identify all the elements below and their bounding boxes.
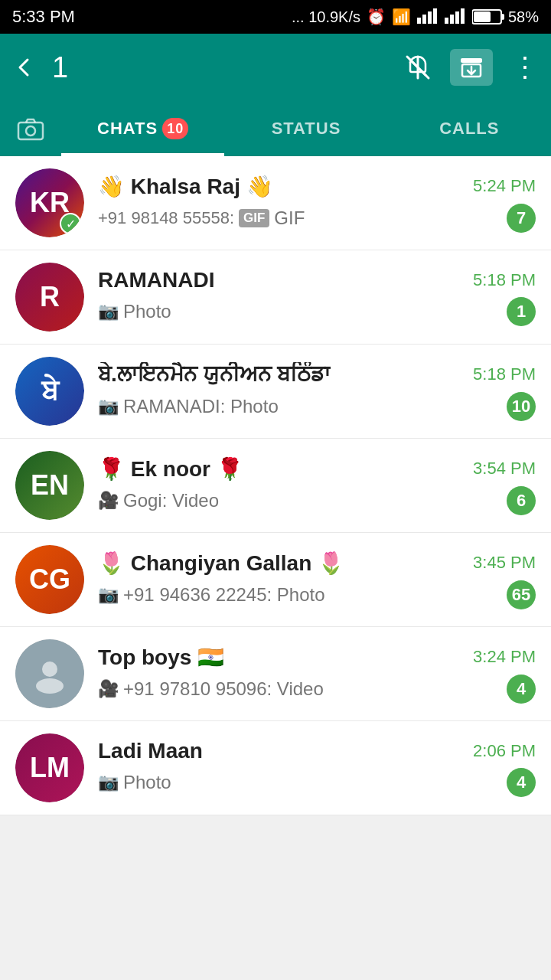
svg-rect-5 xyxy=(450,15,454,24)
back-button[interactable] xyxy=(12,55,37,80)
avatar-ladi-maan: LM xyxy=(15,733,84,802)
chat-item-ladi-maan[interactable]: LM Ladi Maan 2:06 PM 📷 Photo 4 xyxy=(0,721,551,815)
chat-time: 5:18 PM xyxy=(473,364,536,384)
chat-last-message: 🎥 +91 97810 95096: Video xyxy=(98,678,324,700)
chat-item-changiyan-gallan[interactable]: CG 🌷 Changiyan Gallan 🌷 3:45 PM 📷 +91 94… xyxy=(0,533,551,627)
chat-last-message: 📷 Photo xyxy=(98,772,171,793)
chat-content: 🌹 Ek noor 🌹 3:54 PM 🎥 Gogi: Video 6 xyxy=(98,456,536,515)
chats-unread-badge: 10 xyxy=(162,118,188,139)
battery-icon: 58% xyxy=(472,8,539,26)
svg-rect-9 xyxy=(501,14,504,20)
chat-preview: 📷 +91 94636 22245: Photo 65 xyxy=(98,580,536,609)
unread-count: 1 xyxy=(507,297,536,326)
chat-item-khalsa-raj[interactable]: KR ✓ 👋 Khalsa Raj 👋 5:24 PM +91 98148 55… xyxy=(0,156,551,250)
unread-count: 10 xyxy=(507,392,536,421)
chat-avatar xyxy=(15,639,84,708)
signal2-icon xyxy=(445,7,466,28)
chat-preview: 📷 Photo 4 xyxy=(98,768,536,797)
signal-icon xyxy=(417,7,439,28)
chat-time: 5:18 PM xyxy=(473,270,536,290)
chat-time: 5:24 PM xyxy=(473,176,536,196)
chat-avatar: CG xyxy=(15,545,84,614)
time-display: 5:33 PM xyxy=(12,7,75,27)
unread-count: 4 xyxy=(507,768,536,797)
chat-name: 👋 Khalsa Raj 👋 xyxy=(98,174,273,199)
camera-icon: 📷 xyxy=(98,397,119,416)
read-tick: ✓ xyxy=(60,213,81,234)
chat-preview: +91 98148 55558: GIF GIF 7 xyxy=(98,204,536,233)
toolbar-title: 1 xyxy=(52,51,389,84)
chat-last-message: 🎥 Gogi: Video xyxy=(98,490,219,511)
chat-item-top-boys[interactable]: Top boys 🇮🇳 3:24 PM 🎥 +91 97810 95096: V… xyxy=(0,627,551,721)
avatar-changiyan-gallan: CG xyxy=(15,545,84,614)
chat-header: RAMANADI 5:18 PM xyxy=(98,268,536,292)
chat-header: 🌹 Ek noor 🌹 3:54 PM xyxy=(98,456,536,482)
tab-status[interactable]: STATUS xyxy=(224,101,387,156)
archive-button[interactable] xyxy=(450,49,493,86)
camera-icon: 📷 xyxy=(98,302,119,322)
chat-item-union-bathinda[interactable]: ਬੇ ਬੇ.ਲਾਇਨਮੈਨ ਯੁਨੀਅਨ ਬਠਿੰਡਾ 5:18 PM 📷 RA… xyxy=(0,345,551,439)
chat-name: RAMANADI xyxy=(98,268,214,292)
tab-calls[interactable]: CALLS xyxy=(388,101,551,156)
chat-header: 🌷 Changiyan Gallan 🌷 3:45 PM xyxy=(98,550,536,576)
avatar-ek-noor: EN xyxy=(15,451,84,520)
alarm-icon: ⏰ xyxy=(367,8,386,26)
chat-time: 3:45 PM xyxy=(473,553,536,573)
chat-time: 3:24 PM xyxy=(473,647,536,667)
chat-preview: 📷 RAMANADI: Photo 10 xyxy=(98,392,536,421)
chat-name: 🌷 Changiyan Gallan 🌷 xyxy=(98,550,344,576)
chat-content: Top boys 🇮🇳 3:24 PM 🎥 +91 97810 95096: V… xyxy=(98,645,536,704)
svg-rect-1 xyxy=(422,15,426,24)
battery-percent: 58% xyxy=(508,8,539,26)
chat-name: Top boys 🇮🇳 xyxy=(98,645,224,670)
chat-avatar: EN xyxy=(15,451,84,520)
chat-avatar: KR ✓ xyxy=(15,168,84,237)
chat-name: 🌹 Ek noor 🌹 xyxy=(98,456,243,482)
video-icon: 🎥 xyxy=(98,491,119,511)
chat-preview: 📷 Photo 1 xyxy=(98,297,536,326)
chat-name: ਬੇ.ਲਾਇਨਮੈਨ ਯੁਨੀਅਨ ਬਠਿੰਡਾ xyxy=(98,362,331,387)
chat-last-message: 📷 RAMANADI: Photo xyxy=(98,396,279,417)
chat-item-ek-noor[interactable]: EN 🌹 Ek noor 🌹 3:54 PM 🎥 Gogi: Video 6 xyxy=(0,439,551,533)
video-icon: 🎥 xyxy=(98,679,119,699)
calls-tab-label: CALLS xyxy=(439,119,499,139)
chat-time: 3:54 PM xyxy=(473,459,536,479)
chat-item-ramanadi[interactable]: R RAMANADI 5:18 PM 📷 Photo 1 xyxy=(0,250,551,345)
svg-rect-10 xyxy=(474,11,491,22)
chat-last-message: 📷 +91 94636 22245: Photo xyxy=(98,584,325,606)
camera-tab[interactable] xyxy=(0,101,61,156)
wifi-icon: 📶 xyxy=(392,8,411,26)
avatar-ramanadi: R xyxy=(15,263,84,332)
status-bar: 5:33 PM ... 10.9K/s ⏰ 📶 58% xyxy=(0,0,551,34)
chat-header: ਬੇ.ਲਾਇਨਮੈਨ ਯੁਨੀਅਨ ਬਠਿੰਡਾ 5:18 PM xyxy=(98,362,536,387)
more-button[interactable]: ⋮ xyxy=(511,51,539,83)
tab-chats[interactable]: CHATS 10 xyxy=(61,101,224,156)
status-tab-label: STATUS xyxy=(272,119,341,139)
svg-rect-0 xyxy=(417,18,421,24)
chat-content: Ladi Maan 2:06 PM 📷 Photo 4 xyxy=(98,739,536,797)
svg-rect-7 xyxy=(461,8,465,24)
toolbar: 1 ⋮ xyxy=(0,34,551,101)
chat-header: Top boys 🇮🇳 3:24 PM xyxy=(98,645,536,670)
chat-avatar: LM xyxy=(15,733,84,802)
svg-rect-12 xyxy=(461,58,482,63)
svg-rect-3 xyxy=(433,8,437,24)
chat-time: 2:06 PM xyxy=(473,741,536,761)
unread-count: 6 xyxy=(507,486,536,515)
svg-rect-4 xyxy=(445,18,448,24)
svg-point-16 xyxy=(26,126,35,136)
status-time: 5:33 PM xyxy=(12,7,75,27)
chat-content: 👋 Khalsa Raj 👋 5:24 PM +91 98148 55558: … xyxy=(98,174,536,233)
svg-point-18 xyxy=(36,678,64,694)
chat-name: Ladi Maan xyxy=(98,739,203,763)
chat-list: KR ✓ 👋 Khalsa Raj 👋 5:24 PM +91 98148 55… xyxy=(0,156,551,815)
unread-count: 65 xyxy=(507,580,536,609)
chat-content: 🌷 Changiyan Gallan 🌷 3:45 PM 📷 +91 94636… xyxy=(98,550,536,609)
chat-content: ਬੇ.ਲਾਇਨਮੈਨ ਯੁਨੀਅਨ ਬਠਿੰਡਾ 5:18 PM 📷 RAMAN… xyxy=(98,362,536,421)
toolbar-actions: ⋮ xyxy=(404,49,539,86)
camera-icon: 📷 xyxy=(98,773,119,792)
svg-rect-6 xyxy=(455,11,459,24)
chat-header: 👋 Khalsa Raj 👋 5:24 PM xyxy=(98,174,536,199)
mute-button[interactable] xyxy=(404,54,432,81)
chat-preview: 🎥 +91 97810 95096: Video 4 xyxy=(98,675,536,704)
